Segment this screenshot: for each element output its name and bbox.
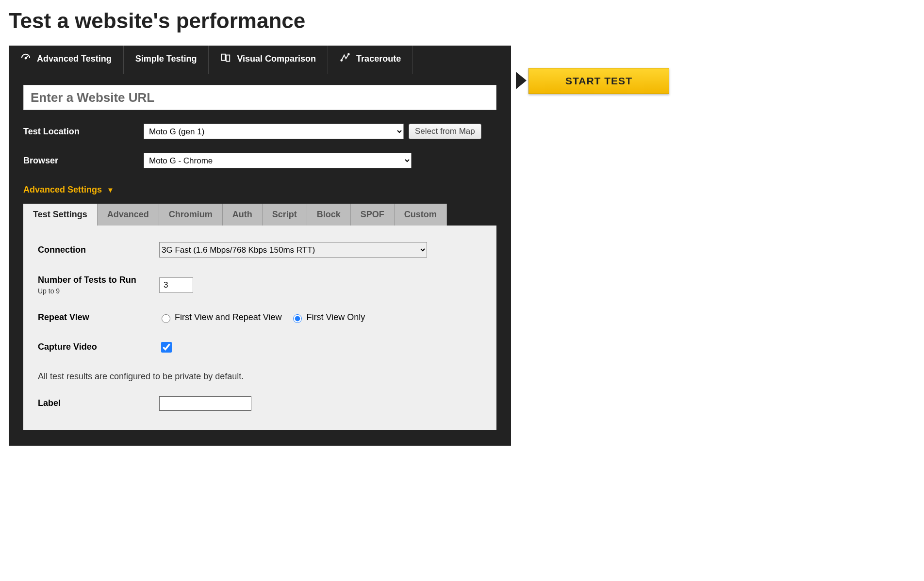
browser-label: Browser [23, 156, 144, 166]
gauge-icon [20, 52, 31, 65]
test-panel: Advanced Testing Simple Testing Visual C… [9, 46, 511, 446]
tab-label: Advanced Testing [37, 54, 112, 64]
tab-simple-testing[interactable]: Simple Testing [124, 46, 209, 74]
tests-label-sub: Up to 9 [38, 287, 159, 295]
arrow-right-icon [516, 72, 527, 89]
capture-video-checkbox[interactable] [161, 342, 172, 353]
test-settings-panel: Connection 3G Fast (1.6 Mbps/768 Kbps 15… [23, 226, 496, 430]
svg-rect-2 [226, 55, 230, 62]
connection-label: Connection [38, 245, 159, 255]
url-input[interactable] [23, 85, 496, 110]
advanced-settings-toggle[interactable]: Advanced Settings ▼ [23, 185, 496, 195]
svg-point-4 [348, 53, 349, 55]
settings-tab-advanced[interactable]: Advanced [98, 204, 159, 226]
settings-tabs: Test Settings Advanced Chromium Auth Scr… [23, 204, 496, 226]
radio-label: First View Only [307, 312, 365, 322]
start-test-button[interactable]: START TEST [528, 68, 669, 94]
main-tabs: Advanced Testing Simple Testing Visual C… [9, 46, 511, 74]
settings-tab-auth[interactable]: Auth [223, 204, 263, 226]
svg-point-0 [25, 57, 27, 59]
chevron-down-icon: ▼ [107, 186, 114, 194]
connection-select[interactable]: 3G Fast (1.6 Mbps/768 Kbps 150ms RTT) [159, 242, 427, 258]
tab-label: Traceroute [356, 54, 401, 64]
page-title: Test a website's performance [9, 9, 915, 33]
settings-tab-spof[interactable]: SPOF [351, 204, 395, 226]
repeat-view-both-option[interactable]: First View and Repeat View [159, 312, 284, 322]
start-test-area: START TEST [516, 68, 669, 94]
settings-tab-custom[interactable]: Custom [395, 204, 447, 226]
test-location-label: Test Location [23, 127, 144, 137]
settings-tab-block[interactable]: Block [307, 204, 351, 226]
private-note: All test results are configured to be pr… [38, 371, 482, 382]
svg-point-3 [341, 60, 342, 61]
settings-tab-script[interactable]: Script [263, 204, 307, 226]
select-from-map-button[interactable]: Select from Map [409, 124, 481, 139]
advanced-settings-label: Advanced Settings [23, 185, 102, 195]
settings-tab-test-settings[interactable]: Test Settings [23, 204, 98, 226]
repeat-view-first-only-radio[interactable] [293, 314, 302, 323]
number-of-tests-input[interactable] [159, 277, 193, 293]
label-input[interactable] [159, 396, 251, 411]
capture-video-label: Capture Video [38, 342, 159, 352]
label-field-label: Label [38, 398, 159, 408]
traceroute-icon [340, 52, 350, 65]
tab-advanced-testing[interactable]: Advanced Testing [9, 46, 124, 74]
radio-label: First View and Repeat View [175, 312, 281, 322]
tab-label: Visual Comparison [237, 54, 316, 64]
tab-visual-comparison[interactable]: Visual Comparison [209, 46, 328, 74]
tests-label-text: Number of Tests to Run [38, 275, 159, 285]
tests-to-run-label: Number of Tests to Run Up to 9 [38, 275, 159, 295]
tab-traceroute[interactable]: Traceroute [328, 46, 413, 74]
browser-select[interactable]: Moto G - Chrome [144, 153, 412, 168]
svg-rect-1 [222, 54, 225, 61]
repeat-view-label: Repeat View [38, 312, 159, 323]
settings-tab-chromium[interactable]: Chromium [159, 204, 223, 226]
repeat-view-both-radio[interactable] [162, 314, 170, 323]
tab-label: Simple Testing [135, 54, 197, 64]
compare-icon [220, 52, 231, 65]
repeat-view-first-only-option[interactable]: First View Only [291, 312, 365, 322]
test-location-select[interactable]: Moto G (gen 1) [144, 124, 404, 139]
